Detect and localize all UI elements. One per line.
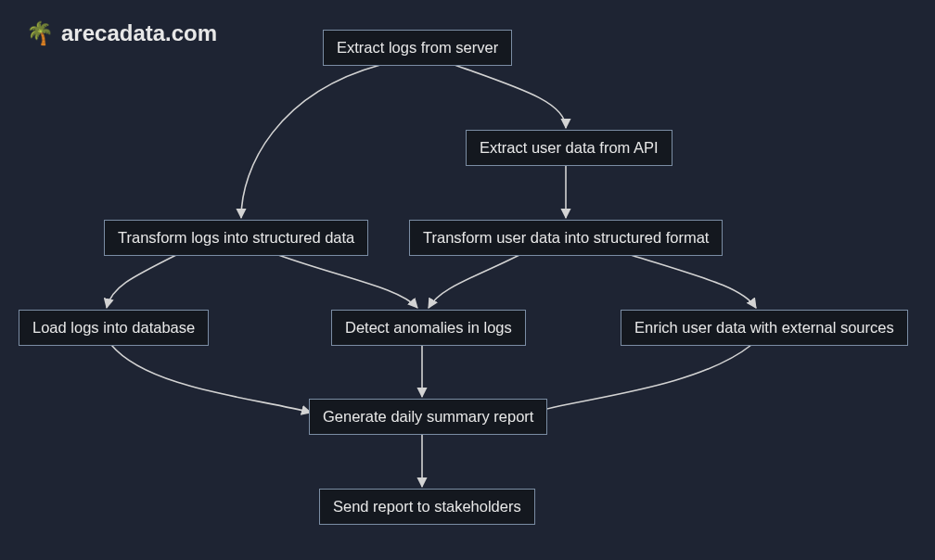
edge-transform-logs-to-load-logs: [107, 255, 176, 308]
node-send-report: Send report to stakeholders: [319, 489, 535, 525]
node-detect-anomalies: Detect anomalies in logs: [331, 310, 526, 346]
node-load-logs: Load logs into database: [19, 310, 209, 346]
node-transform-user: Transform user data into structured form…: [409, 220, 723, 256]
node-extract-logs: Extract logs from server: [323, 30, 512, 66]
edge-extract-logs-to-extract-user: [455, 65, 566, 128]
node-extract-user: Extract user data from API: [466, 130, 672, 166]
node-transform-logs: Transform logs into structured data: [104, 220, 368, 256]
edge-enrich-user-to-generate-report: [533, 345, 751, 413]
edge-load-logs-to-generate-report: [111, 345, 311, 413]
node-generate-report: Generate daily summary report: [309, 399, 547, 435]
edge-transform-logs-to-detect-anomalies: [278, 255, 417, 308]
flowchart-edges: [0, 0, 935, 560]
edge-transform-user-to-enrich-user: [631, 255, 756, 308]
edge-extract-logs-to-transform-logs: [241, 65, 380, 218]
node-enrich-user: Enrich user data with external sources: [621, 310, 908, 346]
edge-transform-user-to-detect-anomalies: [429, 255, 519, 308]
